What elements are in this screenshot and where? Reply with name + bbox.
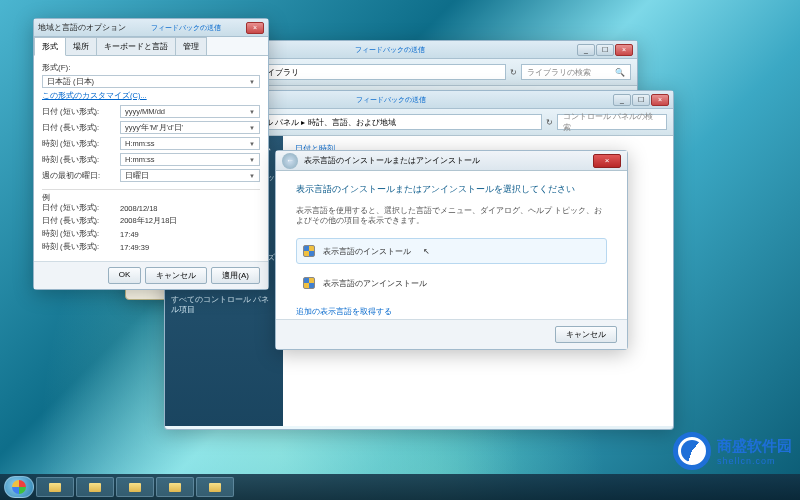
window-title: 地域と言語のオプション <box>38 22 126 33</box>
watermark-url: shellcn.com <box>717 456 792 466</box>
watermark-logo-icon <box>673 432 711 470</box>
taskbar-item-app3[interactable] <box>116 477 154 497</box>
tab-admin[interactable]: 管理 <box>175 37 207 55</box>
folder-icon <box>49 483 61 492</box>
region-language-window: 地域と言語のオプション フィードバックの送信 × 形式 場所 キーボードと言語 … <box>33 18 269 290</box>
example-label: 時刻 (長い形式): <box>42 242 120 252</box>
cancel-button[interactable]: キャンセル <box>145 267 207 284</box>
tab-keyboard[interactable]: キーボードと言語 <box>96 37 176 55</box>
example-value-0: 2008/12/18 <box>120 204 260 213</box>
chevron-down-icon: ▼ <box>249 79 255 85</box>
install-language-wizard: ← 表示言語のインストールまたはアンインストール × 表示言語のインストールまた… <box>275 150 628 350</box>
sidebar-item-all[interactable]: すべてのコントロール パネル項目 <box>171 293 277 317</box>
chevron-down-icon: ▼ <box>249 125 255 131</box>
example-value-2: 17:49 <box>120 230 260 239</box>
reload-icon[interactable]: ↻ <box>546 118 553 127</box>
folder-icon <box>129 483 141 492</box>
field-label: 時刻 (短い形式): <box>42 139 120 149</box>
minimize-button[interactable]: _ <box>577 44 595 56</box>
get-more-languages-link[interactable]: 追加の表示言語を取得する <box>296 306 607 317</box>
shield-icon <box>303 245 315 257</box>
reload-icon[interactable]: ↻ <box>510 68 517 77</box>
format-dropdown[interactable]: 日本語 (日本)▼ <box>42 75 260 88</box>
minimize-button[interactable]: _ <box>613 94 631 106</box>
search-field[interactable]: ライブラリの検索🔍 <box>521 64 631 80</box>
example-header: 例 <box>42 189 260 203</box>
windows-orb-icon <box>12 480 26 494</box>
ok-button[interactable]: OK <box>108 267 142 284</box>
wizard-heading: 表示言語のインストールまたはアンインストールを選択してください <box>296 183 607 196</box>
back-button[interactable]: ← <box>282 153 298 169</box>
wizard-title: 表示言語のインストールまたはアンインストール <box>304 155 480 166</box>
field-label: 週の最初の曜日: <box>42 171 120 181</box>
taskbar-item-app5[interactable] <box>196 477 234 497</box>
taskbar-item-app2[interactable] <box>76 477 114 497</box>
customize-link[interactable]: この形式のカスタマイズ(C)... <box>42 91 260 101</box>
taskbar <box>0 474 800 500</box>
apply-button[interactable]: 適用(A) <box>211 267 260 284</box>
chevron-down-icon: ▼ <box>249 141 255 147</box>
maximize-button[interactable]: ☐ <box>632 94 650 106</box>
field-label: 日付 (長い形式): <box>42 123 120 133</box>
search-field[interactable]: コントロール パネルの検索 <box>557 114 667 130</box>
address-field[interactable]: ライブラリ <box>253 64 506 80</box>
cancel-button[interactable]: キャンセル <box>555 326 617 343</box>
chevron-down-icon: ▼ <box>249 173 255 179</box>
example-value-1: 2008年12月18日 <box>120 216 260 226</box>
tab-strip: 形式 場所 キーボードと言語 管理 <box>34 37 268 56</box>
feedback-link[interactable]: フィードバックの送信 <box>355 45 425 55</box>
watermark: 商盛软件园 shellcn.com <box>673 432 792 470</box>
maximize-button[interactable]: ☐ <box>596 44 614 56</box>
taskbar-item-explorer[interactable] <box>36 477 74 497</box>
format-field-3[interactable]: H:mm:ss▼ <box>120 153 260 166</box>
cursor-icon: ↖ <box>423 247 430 256</box>
folder-icon <box>89 483 101 492</box>
close-button[interactable]: × <box>593 154 621 168</box>
tab-location[interactable]: 場所 <box>65 37 97 55</box>
example-label: 日付 (短い形式): <box>42 203 120 213</box>
close-button[interactable]: × <box>615 44 633 56</box>
chevron-down-icon: ▼ <box>249 157 255 163</box>
format-field-4[interactable]: 日曜日▼ <box>120 169 260 182</box>
start-button[interactable] <box>4 476 34 498</box>
format-field-0[interactable]: yyyy/MM/dd▼ <box>120 105 260 118</box>
format-field-2[interactable]: H:mm:ss▼ <box>120 137 260 150</box>
example-label: 時刻 (短い形式): <box>42 229 120 239</box>
feedback-link[interactable]: フィードバックの送信 <box>356 95 426 105</box>
format-label: 形式(F): <box>42 62 260 73</box>
option-install-language[interactable]: 表示言語のインストール ↖ <box>296 238 607 264</box>
chevron-down-icon: ▼ <box>249 109 255 115</box>
feedback-link[interactable]: フィードバックの送信 <box>151 23 221 33</box>
field-label: 時刻 (長い形式): <box>42 155 120 165</box>
watermark-name: 商盛软件园 <box>717 437 792 456</box>
close-button[interactable]: × <box>651 94 669 106</box>
field-label: 日付 (短い形式): <box>42 107 120 117</box>
option-uninstall-language[interactable]: 表示言語のアンインストール <box>296 270 607 296</box>
format-field-1[interactable]: yyyy'年'M'月'd'日'▼ <box>120 121 260 134</box>
wizard-desc: 表示言語を使用すると、選択した言語でメニュー、ダイアログ、ヘルプ トピック、およ… <box>296 206 607 226</box>
taskbar-item-app4[interactable] <box>156 477 194 497</box>
example-value-3: 17:49:39 <box>120 243 260 252</box>
close-button[interactable]: × <box>246 22 264 34</box>
folder-icon <box>209 483 221 492</box>
tab-format[interactable]: 形式 <box>34 37 66 56</box>
folder-icon <box>169 483 181 492</box>
shield-icon <box>303 277 315 289</box>
example-label: 日付 (長い形式): <box>42 216 120 226</box>
